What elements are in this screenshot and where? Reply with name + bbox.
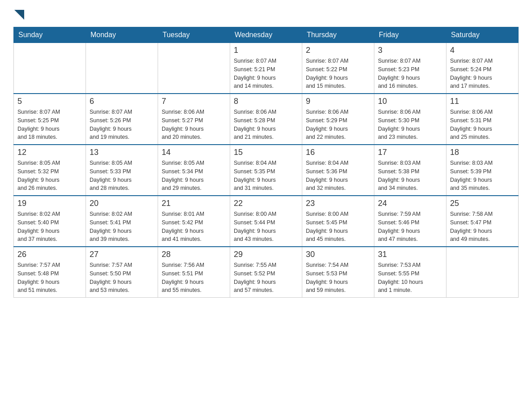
- calendar-week-row: 1Sunrise: 8:07 AMSunset: 5:21 PMDaylight…: [14, 43, 519, 94]
- calendar-cell: 17Sunrise: 8:03 AMSunset: 5:38 PMDayligh…: [374, 145, 446, 196]
- day-info: Sunrise: 8:07 AMSunset: 5:23 PMDaylight:…: [378, 57, 442, 90]
- day-info: Sunrise: 8:07 AMSunset: 5:25 PMDaylight:…: [17, 108, 82, 141]
- calendar-cell: 13Sunrise: 8:05 AMSunset: 5:33 PMDayligh…: [86, 145, 158, 196]
- day-info: Sunrise: 8:06 AMSunset: 5:31 PMDaylight:…: [450, 108, 515, 141]
- calendar-cell: 9Sunrise: 8:06 AMSunset: 5:29 PMDaylight…: [302, 94, 374, 145]
- calendar-cell: 19Sunrise: 8:02 AMSunset: 5:40 PMDayligh…: [14, 196, 86, 247]
- day-number: 29: [234, 250, 298, 259]
- day-header-friday: Friday: [374, 27, 446, 43]
- day-header-tuesday: Tuesday: [158, 27, 230, 43]
- day-header-sunday: Sunday: [14, 27, 86, 43]
- day-number: 8: [234, 97, 298, 106]
- day-header-wednesday: Wednesday: [230, 27, 302, 43]
- day-number: 10: [378, 97, 442, 106]
- calendar-cell: 25Sunrise: 7:58 AMSunset: 5:47 PMDayligh…: [446, 196, 518, 247]
- day-number: 19: [17, 199, 82, 208]
- day-info: Sunrise: 7:57 AMSunset: 5:48 PMDaylight:…: [17, 261, 82, 295]
- day-number: 4: [450, 46, 515, 55]
- day-number: 14: [162, 148, 226, 157]
- calendar-cell: 6Sunrise: 8:07 AMSunset: 5:26 PMDaylight…: [86, 94, 158, 145]
- day-number: 9: [306, 97, 370, 106]
- day-number: 16: [306, 148, 370, 157]
- day-number: 26: [17, 250, 82, 259]
- day-info: Sunrise: 8:00 AMSunset: 5:44 PMDaylight:…: [234, 210, 298, 244]
- calendar-cell: 10Sunrise: 8:06 AMSunset: 5:30 PMDayligh…: [374, 94, 446, 145]
- day-info: Sunrise: 8:00 AMSunset: 5:45 PMDaylight:…: [306, 210, 370, 244]
- logo-arrow-icon: [14, 10, 24, 20]
- day-number: 6: [90, 97, 154, 106]
- day-info: Sunrise: 8:02 AMSunset: 5:41 PMDaylight:…: [90, 210, 154, 244]
- day-info: Sunrise: 8:06 AMSunset: 5:27 PMDaylight:…: [162, 108, 226, 141]
- day-info: Sunrise: 7:54 AMSunset: 5:53 PMDaylight:…: [306, 261, 370, 295]
- calendar-cell: 4Sunrise: 8:07 AMSunset: 5:24 PMDaylight…: [446, 43, 518, 94]
- calendar-table: SundayMondayTuesdayWednesdayThursdayFrid…: [13, 27, 519, 298]
- calendar-cell: 18Sunrise: 8:03 AMSunset: 5:39 PMDayligh…: [446, 145, 518, 196]
- calendar-cell: 7Sunrise: 8:06 AMSunset: 5:27 PMDaylight…: [158, 94, 230, 145]
- day-info: Sunrise: 8:07 AMSunset: 5:24 PMDaylight:…: [450, 57, 515, 90]
- calendar-cell: 31Sunrise: 7:53 AMSunset: 5:55 PMDayligh…: [374, 247, 446, 298]
- day-number: 24: [378, 199, 442, 208]
- calendar-header-row: SundayMondayTuesdayWednesdayThursdayFrid…: [14, 27, 519, 43]
- day-info: Sunrise: 8:05 AMSunset: 5:33 PMDaylight:…: [90, 159, 154, 193]
- day-number: 23: [306, 199, 370, 208]
- calendar-cell: 8Sunrise: 8:06 AMSunset: 5:28 PMDaylight…: [230, 94, 302, 145]
- day-info: Sunrise: 8:06 AMSunset: 5:28 PMDaylight:…: [234, 108, 298, 141]
- day-number: 5: [17, 97, 82, 106]
- calendar-cell: 5Sunrise: 8:07 AMSunset: 5:25 PMDaylight…: [14, 94, 86, 145]
- day-number: 17: [378, 148, 442, 157]
- calendar-cell: 11Sunrise: 8:06 AMSunset: 5:31 PMDayligh…: [446, 94, 518, 145]
- calendar-cell: [158, 43, 230, 94]
- calendar-cell: 24Sunrise: 7:59 AMSunset: 5:46 PMDayligh…: [374, 196, 446, 247]
- svg-marker-0: [14, 10, 24, 20]
- day-number: 11: [450, 97, 515, 106]
- day-number: 28: [162, 250, 226, 259]
- day-number: 21: [162, 199, 226, 208]
- day-number: 22: [234, 199, 298, 208]
- day-info: Sunrise: 8:03 AMSunset: 5:38 PMDaylight:…: [378, 159, 442, 193]
- calendar-cell: 22Sunrise: 8:00 AMSunset: 5:44 PMDayligh…: [230, 196, 302, 247]
- day-number: 1: [234, 46, 298, 55]
- day-info: Sunrise: 8:06 AMSunset: 5:29 PMDaylight:…: [306, 108, 370, 141]
- day-info: Sunrise: 7:58 AMSunset: 5:47 PMDaylight:…: [450, 210, 515, 244]
- day-number: 30: [306, 250, 370, 259]
- calendar-cell: 29Sunrise: 7:55 AMSunset: 5:52 PMDayligh…: [230, 247, 302, 298]
- day-info: Sunrise: 8:01 AMSunset: 5:42 PMDaylight:…: [162, 210, 226, 244]
- day-info: Sunrise: 8:03 AMSunset: 5:39 PMDaylight:…: [450, 159, 515, 193]
- calendar-cell: [446, 247, 518, 298]
- day-info: Sunrise: 8:02 AMSunset: 5:40 PMDaylight:…: [17, 210, 82, 244]
- day-header-monday: Monday: [86, 27, 158, 43]
- logo: [13, 9, 24, 18]
- day-number: 2: [306, 46, 370, 55]
- calendar-cell: 2Sunrise: 8:07 AMSunset: 5:22 PMDaylight…: [302, 43, 374, 94]
- calendar-cell: 12Sunrise: 8:05 AMSunset: 5:32 PMDayligh…: [14, 145, 86, 196]
- day-info: Sunrise: 8:07 AMSunset: 5:22 PMDaylight:…: [306, 57, 370, 90]
- day-number: 31: [378, 250, 442, 259]
- day-info: Sunrise: 7:56 AMSunset: 5:51 PMDaylight:…: [162, 261, 226, 295]
- day-number: 20: [90, 199, 154, 208]
- calendar-cell: 14Sunrise: 8:05 AMSunset: 5:34 PMDayligh…: [158, 145, 230, 196]
- calendar-cell: [14, 43, 86, 94]
- calendar-cell: 28Sunrise: 7:56 AMSunset: 5:51 PMDayligh…: [158, 247, 230, 298]
- calendar-cell: 21Sunrise: 8:01 AMSunset: 5:42 PMDayligh…: [158, 196, 230, 247]
- calendar-cell: [86, 43, 158, 94]
- calendar-cell: 16Sunrise: 8:04 AMSunset: 5:36 PMDayligh…: [302, 145, 374, 196]
- calendar-cell: 3Sunrise: 8:07 AMSunset: 5:23 PMDaylight…: [374, 43, 446, 94]
- day-info: Sunrise: 7:59 AMSunset: 5:46 PMDaylight:…: [378, 210, 442, 244]
- day-info: Sunrise: 7:55 AMSunset: 5:52 PMDaylight:…: [234, 261, 298, 295]
- calendar-week-row: 5Sunrise: 8:07 AMSunset: 5:25 PMDaylight…: [14, 94, 519, 145]
- day-number: 7: [162, 97, 226, 106]
- calendar-cell: 15Sunrise: 8:04 AMSunset: 5:35 PMDayligh…: [230, 145, 302, 196]
- day-info: Sunrise: 8:07 AMSunset: 5:21 PMDaylight:…: [234, 57, 298, 90]
- calendar-cell: 27Sunrise: 7:57 AMSunset: 5:50 PMDayligh…: [86, 247, 158, 298]
- calendar-week-row: 26Sunrise: 7:57 AMSunset: 5:48 PMDayligh…: [14, 247, 519, 298]
- day-number: 27: [90, 250, 154, 259]
- day-number: 3: [378, 46, 442, 55]
- day-number: 13: [90, 148, 154, 157]
- day-number: 18: [450, 148, 515, 157]
- calendar-week-row: 12Sunrise: 8:05 AMSunset: 5:32 PMDayligh…: [14, 145, 519, 196]
- day-info: Sunrise: 8:04 AMSunset: 5:36 PMDaylight:…: [306, 159, 370, 193]
- day-info: Sunrise: 8:05 AMSunset: 5:34 PMDaylight:…: [162, 159, 226, 193]
- day-info: Sunrise: 7:57 AMSunset: 5:50 PMDaylight:…: [90, 261, 154, 295]
- calendar-cell: 23Sunrise: 8:00 AMSunset: 5:45 PMDayligh…: [302, 196, 374, 247]
- day-info: Sunrise: 8:06 AMSunset: 5:30 PMDaylight:…: [378, 108, 442, 141]
